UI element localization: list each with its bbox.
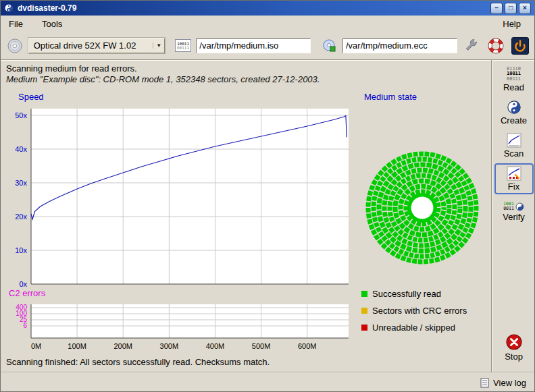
c2-errors-chart-title: C2 errors	[9, 288, 45, 298]
svg-text:50x: 50x	[15, 111, 27, 119]
scan-button[interactable]: Scan	[494, 130, 534, 161]
ecc-path-input[interactable]	[342, 38, 457, 53]
speed-chart-title: Speed	[18, 92, 44, 102]
fix-chart-icon	[507, 166, 521, 181]
verify-icon: 1001 0011	[503, 202, 524, 211]
ecc-disc-icon	[322, 38, 337, 53]
close-button[interactable]: ×	[519, 3, 531, 14]
legend-color-crc	[361, 308, 367, 314]
main-content: Scanning medium for read errors. Medium …	[1, 60, 491, 372]
window-title: dvdisaster-0.79	[18, 3, 486, 13]
wrench-icon	[463, 38, 479, 54]
svg-text:500M: 500M	[252, 342, 271, 350]
medium-state-title: Medium state	[364, 92, 417, 102]
create-button[interactable]: Create	[494, 97, 534, 128]
stop-label: Stop	[505, 352, 523, 362]
legend-item-read: Successfully read	[361, 285, 467, 302]
legend-item-unreadable: Unreadable / skipped	[361, 319, 467, 336]
action-sidebar: 01110 10011 00111 Read Create	[491, 60, 535, 372]
menu-file[interactable]: File	[6, 18, 26, 30]
log-icon	[480, 378, 489, 388]
iso-file-button[interactable]: 10011 00111	[174, 36, 193, 55]
svg-text:6: 6	[23, 322, 27, 329]
quit-button[interactable]	[511, 37, 529, 55]
svg-text:20x: 20x	[15, 213, 27, 221]
read-label: Read	[503, 82, 524, 92]
svg-text:30x: 30x	[15, 179, 27, 187]
binary-read-icon: 01110 10011 00111	[507, 67, 521, 82]
yin-yang-icon	[507, 100, 521, 115]
power-icon	[513, 38, 528, 53]
menubar: File Tools Help	[1, 16, 534, 32]
fix-label: Fix	[508, 181, 519, 192]
menu-tools[interactable]: Tools	[39, 18, 65, 30]
minimize-button[interactable]: –	[490, 3, 503, 14]
preferences-button[interactable]	[461, 36, 480, 55]
footer-bar: View log	[1, 372, 534, 392]
create-label: Create	[501, 115, 527, 125]
stop-button[interactable]: Stop	[494, 331, 534, 364]
svg-text:0M: 0M	[31, 342, 41, 350]
verify-button[interactable]: 1001 0011 Verify	[494, 196, 534, 227]
speed-c2-chart: 0x10x20x30x40x50x4001002560M100M200M300M…	[1, 102, 355, 352]
svg-text:100M: 100M	[68, 342, 86, 350]
drive-select-value: Optical drive 52X FW 1.02	[28, 40, 153, 51]
iso-binary-icon: 10011 00111	[175, 39, 191, 52]
scan-label: Scan	[504, 148, 524, 159]
drive-icon-button[interactable]	[6, 36, 24, 55]
ecc-file-button[interactable]	[320, 36, 338, 55]
legend-color-success	[361, 291, 367, 297]
app-icon	[4, 3, 14, 13]
iso-path-input[interactable]	[196, 38, 311, 53]
maximize-button[interactable]: □	[505, 3, 517, 14]
life-ring-icon	[488, 38, 504, 54]
menu-help[interactable]: Help	[500, 18, 524, 30]
finish-status: Scanning finished: All sectors successfu…	[6, 357, 270, 367]
legend-item-crc: Sectors with CRC errors	[361, 302, 467, 319]
read-button[interactable]: 01110 10011 00111 Read	[494, 64, 534, 95]
titlebar[interactable]: dvdisaster-0.79 – □ ×	[1, 1, 534, 16]
status-line-1: Scanning medium for read errors.	[6, 63, 137, 74]
svg-text:200M: 200M	[113, 342, 132, 350]
app-window: dvdisaster-0.79 – □ × File Tools Help Op…	[0, 0, 535, 392]
svg-text:300M: 300M	[160, 342, 179, 350]
cd-drive-icon	[7, 38, 23, 54]
help-button[interactable]	[486, 36, 505, 55]
medium-state-disc	[364, 150, 480, 266]
medium-state-legend: Successfully read Sectors with CRC error…	[361, 285, 467, 336]
view-log-button[interactable]: View log	[478, 376, 529, 389]
svg-text:600M: 600M	[298, 342, 317, 350]
svg-text:400M: 400M	[206, 342, 225, 350]
view-log-label: View log	[493, 378, 526, 388]
svg-text:10x: 10x	[15, 246, 27, 254]
verify-label: Verify	[503, 212, 525, 222]
legend-label: Sectors with CRC errors	[372, 306, 467, 316]
scan-chart-icon	[507, 133, 521, 148]
drive-select[interactable]: Optical drive 52X FW 1.02 ▼	[28, 38, 165, 53]
legend-color-unreadable	[361, 325, 367, 331]
svg-text:0x: 0x	[19, 280, 27, 288]
legend-label: Unreadable / skipped	[372, 323, 455, 333]
legend-label: Successfully read	[372, 289, 441, 299]
status-line-2: Medium "Example disc": CD-ROM mode 1, 35…	[6, 74, 320, 84]
fix-button[interactable]: Fix	[494, 163, 534, 194]
stop-icon	[505, 333, 523, 351]
svg-text:40x: 40x	[15, 145, 27, 153]
toolbar: Optical drive 52X FW 1.02 ▼ 10011 00111	[1, 32, 534, 60]
chevron-down-icon: ▼	[153, 43, 165, 49]
